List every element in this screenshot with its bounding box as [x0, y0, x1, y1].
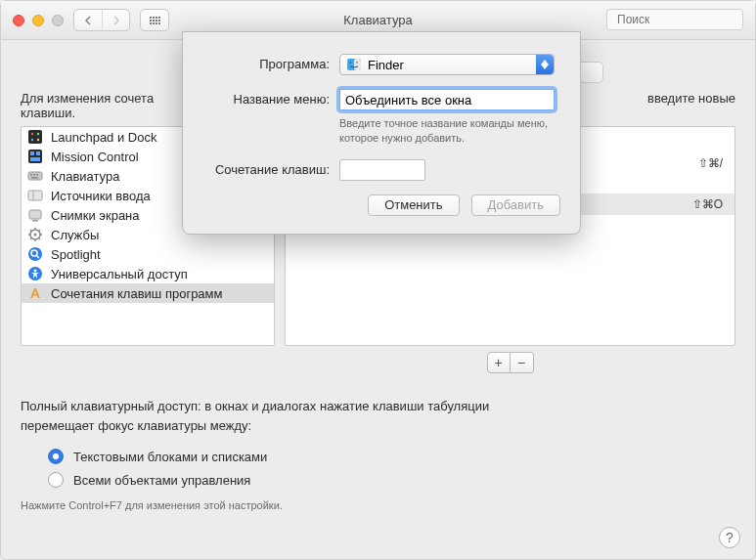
- screenshots-icon: [27, 207, 43, 223]
- svg-rect-13: [33, 174, 35, 176]
- radio-label: Текстовыми блоками и списками: [73, 450, 267, 464]
- shortcut-input[interactable]: [339, 159, 425, 181]
- sidebar-item-label: Spotlight: [51, 247, 101, 262]
- svg-point-6: [37, 139, 39, 141]
- svg-point-21: [34, 234, 37, 237]
- svg-rect-15: [31, 177, 38, 179]
- radio-indicator: [48, 472, 64, 488]
- accessibility-icon: [27, 266, 43, 281]
- remove-shortcut-button[interactable]: −: [511, 352, 534, 373]
- application-value: Finder: [368, 58, 404, 72]
- forward-button[interactable]: [102, 10, 129, 30]
- add-shortcut-button[interactable]: +: [487, 352, 511, 373]
- sidebar-item-label: Launchpad и Dock: [51, 130, 156, 145]
- svg-point-4: [37, 133, 39, 135]
- help-button[interactable]: ?: [719, 527, 740, 548]
- sidebar-item-label: Клавиатура: [51, 169, 119, 184]
- svg-point-3: [31, 133, 33, 135]
- svg-point-5: [31, 139, 33, 141]
- grid-icon: [150, 17, 160, 24]
- back-button[interactable]: [74, 10, 102, 30]
- svg-line-28: [30, 238, 32, 240]
- preferences-window: Клавиатура Для изменения сочета введите …: [0, 0, 756, 560]
- svg-rect-9: [36, 151, 40, 155]
- minimize-window-button[interactable]: [32, 15, 44, 26]
- application-popup[interactable]: Finder: [339, 54, 555, 75]
- keyboard-icon: [27, 168, 43, 184]
- svg-rect-8: [30, 151, 34, 155]
- input-icon: [27, 188, 43, 203]
- sidebar-item-label: Снимки экрана: [51, 208, 140, 223]
- popup-arrows-icon: [536, 55, 554, 74]
- sidebar-item-label: Источники ввода: [51, 189, 151, 203]
- add-shortcut-sheet: Программа: Finder Название меню: В: [182, 31, 581, 235]
- svg-line-26: [30, 230, 32, 232]
- control-f7-hint: Нажмите Control+F7 для изменения этой на…: [21, 499, 735, 511]
- svg-line-27: [39, 238, 41, 240]
- radio-all-controls[interactable]: Всеми объектами управления: [21, 468, 735, 492]
- svg-rect-2: [28, 130, 42, 144]
- shortcut-keys: ⇧⌘/: [698, 156, 723, 170]
- sidebar-item-label: Сочетания клавиш программ: [51, 286, 222, 301]
- sidebar-item-appshortcuts[interactable]: Сочетания клавиш программ: [22, 283, 274, 303]
- svg-rect-16: [28, 191, 42, 200]
- cancel-button[interactable]: Отменить: [368, 194, 459, 216]
- close-window-button[interactable]: [13, 15, 24, 26]
- app-label: Программа:: [202, 54, 330, 71]
- add-remove-controls: + −: [21, 346, 735, 373]
- sidebar-item-label: Универсальный доступ: [51, 267, 188, 281]
- radio-label: Всеми объектами управления: [73, 473, 250, 488]
- shortcut-label: Сочетание клавиш:: [202, 159, 330, 177]
- menu-title-help: Введите точное название команды меню, ко…: [339, 116, 555, 146]
- svg-line-29: [39, 230, 41, 232]
- sidebar-item-label: Службы: [51, 228, 99, 242]
- nav-back-forward: [73, 9, 130, 31]
- show-all-button[interactable]: [140, 9, 169, 31]
- traffic-lights: [13, 15, 64, 26]
- svg-point-37: [350, 62, 352, 64]
- full-keyboard-access-text: Полный клавиатурный доступ: в окнах и ди…: [21, 397, 735, 435]
- svg-point-38: [356, 62, 358, 64]
- finder-icon: [346, 57, 362, 72]
- sidebar-item-spotlight[interactable]: Spotlight: [22, 244, 274, 264]
- add-button[interactable]: Добавить: [471, 194, 560, 216]
- search-field[interactable]: [606, 9, 743, 30]
- search-input[interactable]: [617, 13, 756, 26]
- radio-text-boxes[interactable]: Текстовыми блоками и списками: [21, 445, 735, 468]
- svg-point-34: [34, 270, 37, 273]
- svg-rect-19: [32, 220, 38, 222]
- menu-title-label: Название меню:: [202, 89, 330, 107]
- launchpad-icon: [27, 129, 43, 145]
- services-icon: [27, 227, 43, 242]
- sidebar-item-label: Mission Control: [51, 150, 139, 164]
- mission-icon: [27, 149, 43, 164]
- svg-rect-18: [29, 210, 41, 219]
- menu-title-input[interactable]: [339, 89, 555, 110]
- appshortcuts-icon: [27, 285, 43, 301]
- sidebar-item-accessibility[interactable]: Универсальный доступ: [22, 264, 274, 283]
- shortcut-keys: ⇧⌘O: [692, 197, 723, 211]
- svg-rect-36: [354, 59, 361, 70]
- radio-indicator: [48, 449, 64, 464]
- svg-rect-11: [28, 172, 42, 180]
- svg-rect-12: [30, 174, 32, 176]
- svg-point-30: [28, 247, 42, 261]
- svg-rect-10: [30, 157, 40, 161]
- svg-rect-14: [36, 174, 38, 176]
- spotlight-icon: [27, 246, 43, 262]
- zoom-window-button[interactable]: [52, 15, 64, 26]
